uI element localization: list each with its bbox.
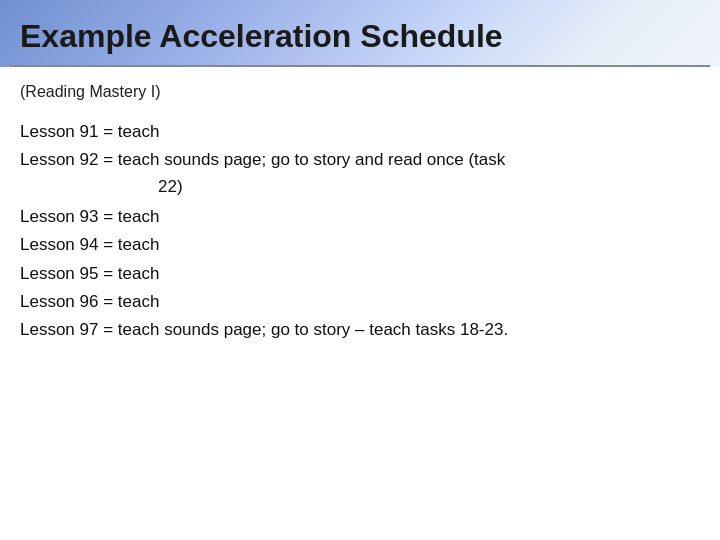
lesson-item-91: Lesson 91 = teach xyxy=(20,119,700,145)
lesson-list: Lesson 91 = teach Lesson 92 = teach soun… xyxy=(20,119,700,344)
subtitle: (Reading Mastery I) xyxy=(20,83,700,101)
lesson-item-93: Lesson 93 = teach xyxy=(20,204,700,230)
lesson-item-94: Lesson 94 = teach xyxy=(20,232,700,258)
slide-title: Example Acceleration Schedule xyxy=(20,18,690,55)
lesson-item-92: Lesson 92 = teach sounds page; go to sto… xyxy=(20,147,700,200)
lesson-item-97: Lesson 97 = teach sounds page; go to sto… xyxy=(20,317,700,343)
lesson-item-95: Lesson 95 = teach xyxy=(20,261,700,287)
slide-container: Example Acceleration Schedule (Reading M… xyxy=(0,0,720,540)
title-bar: Example Acceleration Schedule xyxy=(0,0,720,65)
content-area: (Reading Mastery I) Lesson 91 = teach Le… xyxy=(0,67,720,366)
lesson-item-96: Lesson 96 = teach xyxy=(20,289,700,315)
